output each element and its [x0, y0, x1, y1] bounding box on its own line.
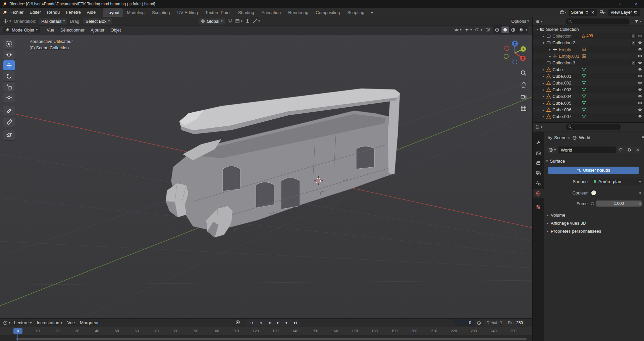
- exclude-checkbox[interactable]: ✓: [631, 34, 636, 38]
- marker-menu[interactable]: Marqueur: [78, 320, 100, 325]
- minimize-button[interactable]: –: [598, 0, 613, 8]
- 3d-viewport[interactable]: Mode Objet▾ VueSélectionnerAjouterObjet …: [0, 25, 532, 318]
- transport-prev-keyframe-button[interactable]: [257, 320, 265, 326]
- view-menu[interactable]: Vue: [66, 320, 76, 325]
- proportional-falloff-dropdown[interactable]: ▾: [253, 19, 260, 23]
- breadcrumb-scene[interactable]: Scene: [554, 135, 567, 140]
- tool-annotate[interactable]: [3, 106, 15, 116]
- overlay-menu[interactable]: Incrustation▾: [35, 320, 63, 325]
- auto-key-record-button[interactable]: [235, 320, 240, 325]
- pan-hand-icon[interactable]: [520, 81, 527, 88]
- panel-header-affichage-vues-3d[interactable]: ▸Affichage vues 3D: [544, 219, 644, 227]
- mode-dropdown[interactable]: Mode Objet▾: [3, 27, 40, 33]
- workspace-tab-rendering[interactable]: Rendering: [284, 8, 312, 17]
- properties-tab-texture[interactable]: [533, 202, 544, 212]
- transform-orientation-dropdown[interactable]: Global▾: [199, 18, 225, 24]
- expand-arrow-icon[interactable]: ▸: [547, 54, 552, 58]
- tool-move[interactable]: [3, 60, 15, 70]
- hide-eye-icon[interactable]: [638, 80, 642, 85]
- hide-eye-icon[interactable]: [638, 67, 642, 72]
- outliner-row-cube-004[interactable]: ▸Cube.004: [533, 93, 644, 100]
- workspace-tab-animation[interactable]: Animation: [258, 8, 284, 17]
- hide-eye-icon[interactable]: [638, 107, 642, 112]
- viewport-menu-s-lectionner[interactable]: Sélectionner: [58, 27, 87, 33]
- xray-toggle[interactable]: [485, 27, 490, 32]
- hide-eye-icon[interactable]: [638, 74, 642, 78]
- properties-tab-scene[interactable]: [533, 179, 544, 188]
- strength-slider[interactable]: 1.000: [596, 201, 642, 207]
- frame-end-field[interactable]: Fin 250: [505, 320, 526, 326]
- breadcrumb-world[interactable]: World: [579, 135, 590, 140]
- blender-menu-icon[interactable]: [2, 10, 7, 15]
- workspace-tab-shading[interactable]: Shading: [234, 8, 258, 17]
- unlink-scene-icon[interactable]: [591, 10, 595, 14]
- expand-arrow-icon[interactable]: ▸: [541, 88, 546, 92]
- expand-arrow-icon[interactable]: ▸: [541, 108, 546, 112]
- outliner-row-collection-2[interactable]: ▾Collection 2✓: [533, 39, 644, 46]
- view-layer-selector[interactable]: View Layer: [608, 9, 640, 16]
- browse-world-dropdown[interactable]: ▾: [547, 147, 557, 153]
- world-name-field[interactable]: World: [558, 147, 616, 153]
- expand-arrow-icon[interactable]: ▸: [541, 74, 546, 78]
- hide-eye-icon[interactable]: [638, 94, 642, 99]
- viewport-menu-vue[interactable]: Vue: [44, 27, 57, 33]
- properties-tab-render[interactable]: [533, 149, 544, 158]
- fake-user-button[interactable]: [617, 147, 625, 153]
- workspace-tab-scripting[interactable]: Scripting: [344, 8, 368, 17]
- zoom-icon[interactable]: [520, 70, 527, 76]
- color-swatch[interactable]: [591, 190, 596, 195]
- outliner-row-empty-001[interactable]: ▸Empty.001: [533, 53, 644, 59]
- frame-start-field[interactable]: Début 1: [484, 320, 505, 326]
- outliner-row-cube-002[interactable]: ▸Cube.002: [533, 79, 644, 86]
- properties-tab-world[interactable]: [533, 189, 544, 198]
- properties-tab-tool[interactable]: [533, 138, 544, 147]
- drag-dropdown[interactable]: Select Box▾: [83, 18, 112, 24]
- transport-play-reverse-button[interactable]: [265, 320, 273, 326]
- outliner-row-cube-001[interactable]: ▸Cube.001: [533, 73, 644, 79]
- workspace-tab-modeling[interactable]: Modeling: [123, 8, 148, 17]
- viewport-menu-ajouter[interactable]: Ajouter: [88, 27, 107, 33]
- object-visibility-dropdown[interactable]: ▾: [454, 27, 462, 32]
- browse-scene-icon[interactable]: ▾: [560, 10, 566, 15]
- transport-play-button[interactable]: [274, 320, 282, 326]
- properties-search-input[interactable]: [566, 124, 621, 130]
- collapse-arrow-icon[interactable]: ▾: [541, 41, 546, 45]
- properties-tab-output[interactable]: [533, 159, 544, 168]
- exclude-checkbox[interactable]: ✓: [631, 41, 636, 45]
- animate-dot[interactable]: [639, 203, 641, 205]
- transport-jump-start-button[interactable]: [248, 320, 256, 326]
- workspace-tab-compositing[interactable]: Compositing: [312, 8, 343, 17]
- tool-rotate[interactable]: [3, 71, 15, 81]
- maximize-button[interactable]: □: [613, 0, 629, 8]
- shading-rendered-button[interactable]: [518, 26, 525, 33]
- expand-arrow-icon[interactable]: ▸: [541, 81, 546, 85]
- hide-eye-icon[interactable]: [638, 34, 642, 38]
- scene-selector[interactable]: Scene: [569, 9, 597, 16]
- menu-fichier[interactable]: Fichier: [7, 10, 26, 15]
- shading-wireframe-button[interactable]: [493, 26, 501, 33]
- exclude-checkbox[interactable]: ✓: [631, 61, 636, 65]
- outliner-row-cube-006[interactable]: ▸Cube.006: [533, 106, 644, 113]
- expand-arrow-icon[interactable]: ▸: [541, 95, 546, 98]
- options-dropdown[interactable]: Options▾: [511, 19, 529, 24]
- menu-rendu[interactable]: Rendu: [44, 10, 63, 15]
- playhead[interactable]: 0: [13, 328, 22, 334]
- current-frame-field[interactable]: 0: [454, 320, 474, 326]
- surface-type-dropdown[interactable]: Arrière-plan: [591, 178, 643, 185]
- hide-eye-icon[interactable]: [638, 87, 642, 92]
- pin-icon[interactable]: [641, 136, 644, 140]
- outliner-row-collection-3[interactable]: Collection 3✓: [533, 59, 644, 66]
- outliner-row-scene-collection[interactable]: ▾Scene Collection: [533, 26, 644, 33]
- snap-toggle[interactable]: [228, 19, 232, 23]
- viewport-menu-objet[interactable]: Objet: [108, 27, 123, 33]
- timeline-ruler[interactable]: 0102030405060708090100110120130140150160…: [0, 327, 532, 336]
- shading-material-button[interactable]: [509, 26, 517, 33]
- collapse-arrow-icon[interactable]: ▾: [535, 27, 540, 31]
- expand-arrow-icon[interactable]: ▸: [541, 68, 546, 71]
- tool-select-box[interactable]: [3, 39, 15, 49]
- tool-transform[interactable]: [3, 93, 15, 103]
- new-scene-icon[interactable]: [585, 10, 589, 14]
- proportional-edit-toggle[interactable]: [245, 19, 250, 23]
- close-button[interactable]: ×: [629, 0, 644, 8]
- outliner-row-empty[interactable]: ▸Empty: [533, 46, 644, 53]
